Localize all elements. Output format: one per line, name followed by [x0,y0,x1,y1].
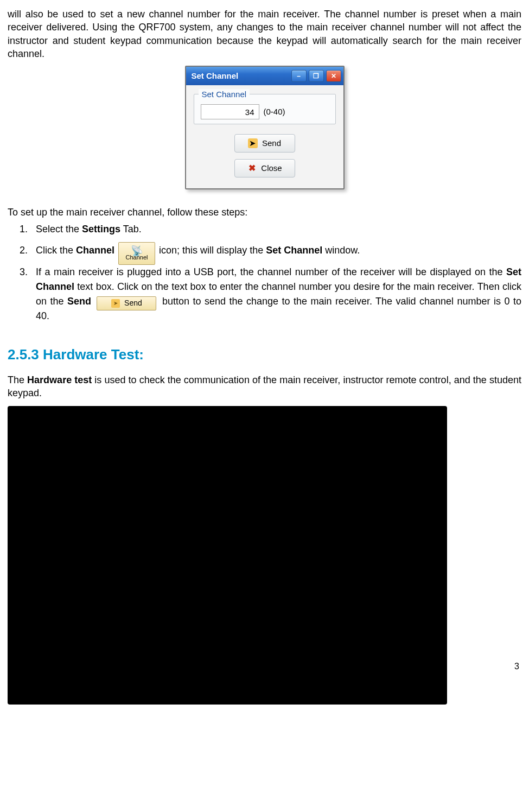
set-channel-window: Set Channel – ❐ ✕ Set Channel (0-40) ➤ S… [185,66,345,189]
restore-icon: ❐ [313,72,319,80]
minimize-icon: – [297,72,301,80]
send-chip-label: Send [124,297,142,309]
channel-icon-chip: 📡 Channel [118,242,155,265]
send-icon: ➤ [248,138,258,148]
minimize-button[interactable]: – [291,70,307,82]
step-3: If a main receiver is plugged into a USB… [30,265,521,323]
channel-input[interactable] [201,104,259,119]
set-channel-figure: Set Channel – ❐ ✕ Set Channel (0-40) ➤ S… [8,66,521,189]
groupbox-label: Set Channel [199,89,250,100]
send-button[interactable]: ➤ Send [234,134,295,153]
steps-list: Select the Settings Tab. Click the Chann… [15,222,521,323]
window-close-button[interactable]: ✕ [326,70,341,82]
send-chip-icon: ➤ [111,299,120,308]
step-1: Select the Settings Tab. [30,222,521,237]
close-button-label: Close [261,163,282,174]
antenna-icon: 📡 [131,247,143,255]
page-number-partial: 3 [514,661,519,673]
close-button[interactable]: ✖ Close [234,159,295,177]
section-heading: 2.5.3 Hardware Test: [8,345,521,364]
send-button-chip: ➤ Send [97,296,156,310]
channel-chip-label: Channel [126,255,148,261]
send-button-label: Send [262,138,281,149]
step-2: Click the Channel 📡 Channel icon; this w… [30,242,521,259]
close-icon: ✕ [331,72,336,80]
set-channel-groupbox: Set Channel (0-40) [194,94,336,124]
restore-button[interactable]: ❐ [309,70,324,82]
intro-paragraph: will also be used to set a new channel n… [8,8,521,60]
hardware-paragraph: The Hardware test is used to check the c… [8,373,521,400]
window-titlebar: Set Channel – ❐ ✕ [186,67,343,85]
cancel-icon: ✖ [247,163,257,173]
channel-range-text: (0-40) [264,106,285,117]
window-title: Set Channel [192,71,239,81]
steps-lead: To set up the main receiver channel, fol… [8,206,521,219]
hardware-test-screenshot [8,406,447,705]
